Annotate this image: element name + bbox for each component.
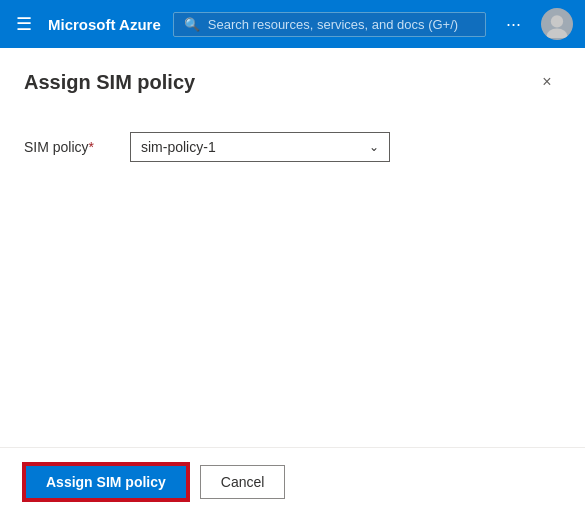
panel-body: SIM policy* sim-policy-1 ⌄ — [0, 112, 585, 447]
avatar[interactable] — [541, 8, 573, 40]
search-bar[interactable]: 🔍 Search resources, services, and docs (… — [173, 12, 486, 37]
cancel-button[interactable]: Cancel — [200, 465, 286, 499]
sim-policy-label: SIM policy* — [24, 139, 114, 155]
panel-footer: Assign SIM policy Cancel — [0, 447, 585, 516]
search-icon: 🔍 — [184, 17, 200, 32]
sim-policy-dropdown[interactable]: sim-policy-1 ⌄ — [130, 132, 390, 162]
assign-sim-policy-button[interactable]: Assign SIM policy — [24, 464, 188, 500]
nav-bar: ☰ Microsoft Azure 🔍 Search resources, se… — [0, 0, 585, 48]
close-button[interactable]: × — [533, 68, 561, 96]
azure-logo: Microsoft Azure — [48, 16, 161, 33]
search-placeholder: Search resources, services, and docs (G+… — [208, 17, 458, 32]
sim-policy-selected-value: sim-policy-1 — [141, 139, 216, 155]
svg-point-0 — [551, 15, 563, 27]
hamburger-menu-icon[interactable]: ☰ — [12, 9, 36, 39]
required-marker: * — [89, 139, 94, 155]
chevron-down-icon: ⌄ — [369, 140, 379, 154]
form-row-sim-policy: SIM policy* sim-policy-1 ⌄ — [24, 132, 561, 162]
more-options-icon[interactable]: ··· — [498, 10, 529, 39]
panel-header: Assign SIM policy × — [0, 48, 585, 112]
svg-point-1 — [547, 28, 568, 38]
main-panel: Assign SIM policy × SIM policy* sim-poli… — [0, 48, 585, 516]
panel-title: Assign SIM policy — [24, 71, 195, 94]
